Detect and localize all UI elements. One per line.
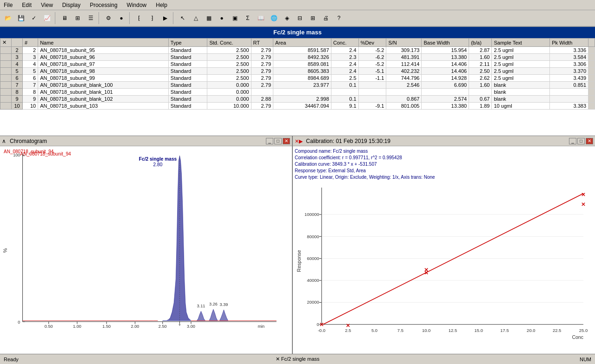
sep4 [173,12,175,24]
cell-area: 34467.094 [273,103,331,110]
chrom-minimize-btn[interactable]: _ [266,138,273,144]
cell-area: 2.998 [273,96,331,103]
cell-conc: 2.4 [331,68,358,75]
tb-bracket-r[interactable]: ⁆ [146,12,158,24]
table-row[interactable]: 6 6 AN_080718_subunit_99 Standard 2.500 … [0,75,595,82]
col-area[interactable]: Area [273,39,331,47]
col-num[interactable]: # [23,39,38,47]
cell-area [273,89,331,96]
table-row[interactable]: 2 2 AN_080718_subunit_95 Standard 2.500 … [0,47,595,54]
col-pdev[interactable]: %Dev [358,39,386,47]
tb-cursor[interactable]: ↖ [177,12,189,24]
svg-text:+: + [178,323,181,327]
cell-sn: 112.414 [386,61,422,68]
svg-text:5.0: 5.0 [371,328,377,333]
tb-dot[interactable]: ● [115,12,127,24]
row-x-cell [0,47,12,54]
cell-scroll-filler [588,96,595,103]
svg-text:2.00: 2.00 [131,324,139,329]
cell-area: 8492.326 [273,54,331,61]
table-row[interactable]: 4 4 AN_080718_subunit_97 Standard 2.500 … [0,61,595,68]
col-type[interactable]: Type [168,39,207,47]
svg-text:2.50: 2.50 [159,324,167,329]
col-conc[interactable]: Conc. [331,39,358,47]
tb-bracket-l[interactable]: ⁅ [133,12,145,24]
cell-pdev [358,96,386,103]
cell-sampletext: 10 ugml [492,103,550,110]
menu-help[interactable]: Help [154,1,169,9]
cell-conc: 2.4 [331,61,358,68]
menu-view[interactable]: View [39,1,55,9]
svg-text:3.11: 3.11 [197,304,205,308]
menu-display[interactable]: Display [60,1,82,9]
calibration-info: Compound name: Fc/2 single mass Correlat… [295,148,593,181]
col-ba[interactable]: (b/a) [469,39,492,47]
tb-open[interactable]: 📂 [2,12,14,24]
row-x-cell [0,68,12,75]
tb-diamond[interactable]: ◈ [281,12,293,24]
col-name[interactable]: Name [38,39,169,47]
table-header-row: ✕ # Name Type Std. Conc. RT Area Conc. %… [0,39,595,47]
cell-stdconc: 2.500 [207,47,251,54]
tb-split2[interactable]: ⊞ [307,12,319,24]
col-pkwidth[interactable]: Pk Width [550,39,588,47]
row-index: 7 [12,82,23,89]
cell-ba: 2.11 [469,61,492,68]
chrom-close-btn[interactable]: ✕ [283,138,290,144]
tb-list[interactable]: ☰ [85,12,97,24]
cell-ba: 2.62 [469,75,492,82]
status-num: NUM [398,357,591,362]
cell-ba [469,89,492,96]
row-index: 4 [12,61,23,68]
col-rt[interactable]: RT [251,39,273,47]
cell-pdev: -5.1 [358,68,386,75]
tb-check[interactable]: ✓ [28,12,40,24]
calib-response-type: Response type: External Std, Area [295,168,593,174]
menu-window[interactable]: Window [125,1,149,9]
svg-text:min: min [258,324,264,329]
tb-book[interactable]: 📖 [255,12,267,24]
calib-close-btn[interactable]: ✕ [586,138,593,144]
tb-save[interactable]: 💾 [15,12,27,24]
tb-table[interactable]: ⊞ [72,12,84,24]
table-row[interactable]: 8 8 AN_080718_subunit_blank_101 Standard… [0,89,595,96]
calib-restore-btn[interactable]: □ [577,138,585,144]
table-row[interactable]: 3 3 AN_080718_subunit_96 Standard 2.500 … [0,54,595,61]
tb-help[interactable]: ? [333,12,345,24]
table-row[interactable]: 7 7 AN_080718_subunit_blank_100 Standard… [0,82,595,89]
svg-text:10.0: 10.0 [422,328,430,333]
tb-split[interactable]: ⊟ [294,12,306,24]
tb-arrow[interactable]: ▶ [159,12,171,24]
svg-text:100000: 100000 [304,212,319,217]
table-row[interactable]: 10 10 AN_080718_subunit_103 Standard 10.… [0,103,595,110]
chrom-icon: ∧ [2,138,6,144]
tb-graph[interactable]: 📈 [41,12,53,24]
cell-sn [386,89,422,96]
chrom-restore-btn[interactable]: □ [274,138,282,144]
calib-minimize-btn[interactable]: _ [569,138,576,144]
data-area[interactable]: ✕ # Name Type Std. Conc. RT Area Conc. %… [0,38,595,136]
menu-processing[interactable]: Processing [88,1,119,9]
tb-circle[interactable]: ● [216,12,228,24]
tb-monitor[interactable]: 🖥 [59,12,71,24]
table-row[interactable]: 9 9 AN_080718_subunit_blank_102 Standard… [0,96,595,103]
tb-settings[interactable]: ⚙ [102,12,114,24]
tb-globe[interactable]: 🌐 [268,12,280,24]
cell-type: Standard [168,103,207,110]
col-stdconc[interactable]: Std. Conc. [207,39,251,47]
col-sn[interactable]: S/N [386,39,422,47]
tb-sigma[interactable]: Σ [242,12,254,24]
col-basewidth[interactable]: Base Width [422,39,469,47]
row-index: 3 [12,54,23,61]
tb-triangle[interactable]: △ [190,12,202,24]
cell-name: AN_080718_subunit_103 [38,103,169,110]
table-row[interactable]: 5 5 AN_080718_subunit_98 Standard 2.500 … [0,68,595,75]
tb-square[interactable]: ▣ [229,12,241,24]
tb-bar[interactable]: ▦ [203,12,215,24]
tb-print[interactable]: 🖨 [320,12,332,24]
menu-file[interactable]: File [2,1,14,9]
data-table: ✕ # Name Type Std. Conc. RT Area Conc. %… [0,38,595,110]
menu-edit[interactable]: Edit [20,1,33,9]
cell-rt: 2.88 [251,96,273,103]
col-sampletext[interactable]: Sample Text [492,39,550,47]
